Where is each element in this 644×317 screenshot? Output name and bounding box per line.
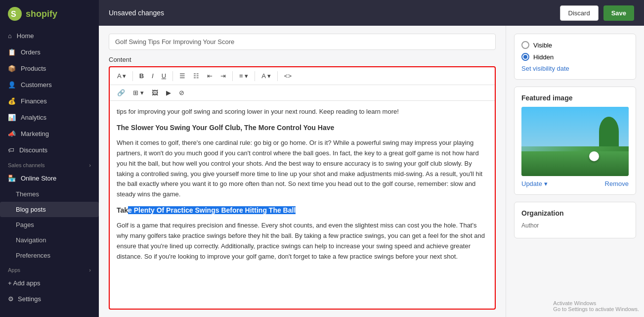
hidden-option[interactable]: Hidden — [521, 53, 629, 61]
dropdown-arrow-icon: ▾ — [544, 180, 548, 187]
video-btn[interactable]: ▶ — [163, 87, 174, 98]
sidebar-item-discounts[interactable]: 🏷 Discounts — [0, 142, 99, 158]
html-btn[interactable]: <> — [281, 70, 295, 82]
finances-icon: 💰 — [8, 97, 16, 105]
bold-btn[interactable]: B — [136, 70, 147, 82]
toolbar-divider-2 — [172, 71, 173, 81]
rich-text-editor: A ▾ B I U ☰ ☷ ⇤ ⇥ ≡ ▾ A ▾ — [109, 66, 496, 310]
indent-increase-btn[interactable]: ⇥ — [217, 70, 229, 82]
sidebar: S shopify ⌂ Home 📋 Orders 📦 Products 👤 C… — [0, 0, 99, 317]
sidebar-item-analytics[interactable]: 📊 Analytics — [0, 109, 99, 126]
analytics-icon: 📊 — [8, 114, 16, 121]
sidebar-item-products[interactable]: 📦 Products — [0, 60, 99, 77]
save-button[interactable]: Save — [603, 5, 634, 21]
shopify-logo: S shopify — [0, 0, 99, 28]
organization-title: Organization — [521, 209, 629, 217]
content-heading-2: Take Plenty Of Practice Swings Before Hi… — [117, 205, 488, 216]
visible-option[interactable]: Visible — [521, 41, 629, 49]
hidden-label: Hidden — [533, 53, 554, 61]
align-btn[interactable]: ≡ ▾ — [236, 70, 252, 82]
sidebar-sub-blog-posts[interactable]: Blog posts — [0, 202, 99, 217]
organization-card: Organization Author — [514, 202, 636, 238]
visible-label: Visible — [533, 42, 552, 49]
sidebar-sub-preferences[interactable]: Preferences — [0, 248, 99, 263]
content-paragraph-1: tips for improving your golf swing and s… — [117, 107, 488, 117]
paragraph-btn[interactable]: A ▾ — [114, 70, 129, 82]
toolbar-divider-1 — [132, 71, 133, 81]
content-paragraph-3: Golf is a game that requires precision a… — [117, 221, 488, 262]
italic-btn[interactable]: I — [148, 70, 157, 82]
marketing-icon: 📣 — [8, 130, 16, 137]
rte-toolbar-row2: 🔗 ⊞ ▾ 🖼 ▶ ⊘ — [110, 85, 495, 101]
topbar-title: Unsaved changes — [109, 9, 164, 17]
other-btn[interactable]: ⊘ — [175, 87, 188, 98]
rte-toolbar-row1: A ▾ B I U ☰ ☷ ⇤ ⇥ ≡ ▾ A ▾ — [110, 67, 495, 85]
logo-text: shopify — [26, 9, 57, 19]
products-icon: 📦 — [8, 65, 16, 72]
ordered-list-btn[interactable]: ☷ — [190, 70, 203, 82]
topbar: Unsaved changes Discard Save — [99, 0, 644, 26]
right-panel: Visible Hidden Set visibility date Featu… — [506, 26, 644, 317]
visibility-card: Visible Hidden Set visibility date — [514, 34, 636, 80]
unordered-list-btn[interactable]: ☰ — [176, 70, 189, 82]
grass-bg — [521, 151, 629, 176]
sidebar-item-orders[interactable]: 📋 Orders — [0, 44, 99, 60]
home-icon: ⌂ — [8, 32, 12, 40]
visible-radio[interactable] — [521, 41, 529, 49]
hidden-radio[interactable] — [521, 53, 529, 61]
apps-expand-icon[interactable]: › — [89, 267, 91, 273]
sales-channels-section: Sales channels › — [0, 158, 99, 170]
content-heading-1: The Slower You Swing Your Golf Club, The… — [117, 122, 488, 133]
update-image-btn[interactable]: Update ▾ — [521, 180, 548, 187]
visibility-radio-group: Visible Hidden — [521, 41, 629, 61]
sidebar-add-apps[interactable]: + Add apps — [0, 275, 99, 291]
content-row: Golf Swing Tips For Improving Your Score… — [99, 26, 644, 317]
topbar-actions: Discard Save — [560, 5, 634, 21]
discounts-icon: 🏷 — [8, 146, 14, 154]
title-input[interactable]: Golf Swing Tips For Improving Your Score — [109, 34, 496, 50]
discard-button[interactable]: Discard — [560, 5, 599, 21]
sidebar-item-finances[interactable]: 💰 Finances — [0, 93, 99, 109]
image-btn[interactable]: 🖼 — [148, 87, 162, 98]
svg-text:S: S — [11, 10, 16, 18]
store-icon: 🏪 — [8, 175, 16, 182]
main-content: Unsaved changes Discard Save Golf Swing … — [99, 0, 644, 317]
font-color-btn[interactable]: A ▾ — [258, 70, 274, 82]
set-visibility-date-link[interactable]: Set visibility date — [521, 65, 629, 72]
editor-panel: Golf Swing Tips For Improving Your Score… — [99, 26, 506, 317]
sidebar-item-marketing[interactable]: 📣 Marketing — [0, 126, 99, 142]
trees-bg — [599, 117, 619, 146]
paragraph-dropdown-icon: ▾ — [123, 72, 126, 80]
apps-section: Apps › — [0, 263, 99, 275]
featured-image-title: Featured image — [521, 94, 629, 102]
golf-ball — [589, 151, 599, 161]
content-paragraph-2: When it comes to golf, there's one cardi… — [117, 138, 488, 200]
customers-icon: 👤 — [8, 81, 16, 89]
sidebar-sub-themes[interactable]: Themes — [0, 186, 99, 202]
remove-image-link[interactable]: Remove — [605, 180, 629, 187]
toolbar-divider-4 — [255, 71, 255, 81]
featured-image — [521, 107, 629, 176]
table-btn[interactable]: ⊞ ▾ — [129, 87, 147, 98]
paragraph-icon: A — [117, 72, 122, 80]
expand-icon[interactable]: › — [89, 162, 91, 168]
sidebar-sub-pages[interactable]: Pages — [0, 217, 99, 232]
sidebar-settings[interactable]: ⚙ Settings — [0, 291, 99, 307]
sidebar-item-online-store[interactable]: 🏪 Online Store — [0, 170, 99, 186]
indent-decrease-btn[interactable]: ⇤ — [204, 70, 216, 82]
link-btn[interactable]: 🔗 — [114, 87, 129, 98]
sidebar-item-customers[interactable]: 👤 Customers — [0, 77, 99, 93]
settings-icon: ⚙ — [8, 295, 14, 303]
highlighted-text: e Plenty Of Practice Swings Before Hitti… — [128, 206, 296, 214]
toolbar-divider-3 — [232, 71, 233, 81]
toolbar-divider-5 — [277, 71, 278, 81]
featured-image-card: Featured image Update ▾ Remove — [514, 87, 636, 195]
author-label: Author — [521, 222, 629, 229]
sidebar-item-home[interactable]: ⌂ Home — [0, 28, 99, 44]
underline-btn[interactable]: U — [158, 70, 170, 82]
sidebar-sub-navigation[interactable]: Navigation — [0, 232, 99, 248]
rte-content-area[interactable]: tips for improving your golf swing and s… — [110, 101, 495, 309]
image-actions: Update ▾ Remove — [521, 180, 629, 187]
content-label: Content — [109, 56, 496, 63]
orders-icon: 📋 — [8, 48, 16, 56]
